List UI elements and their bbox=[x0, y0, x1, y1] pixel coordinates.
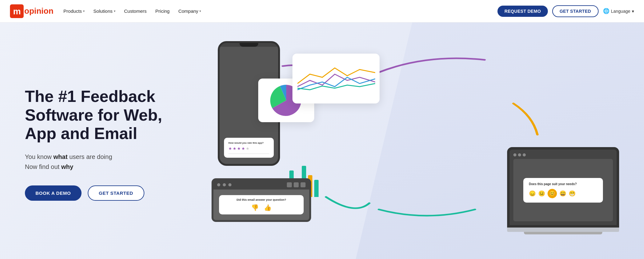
request-demo-button[interactable]: REQUEST DEMO bbox=[497, 6, 548, 17]
email-screen: Did this email answer your question? 👎 👍 bbox=[213, 189, 309, 220]
hero-title: The #1 Feedback Software for Web, App an… bbox=[25, 87, 187, 143]
email-dot-1 bbox=[217, 183, 220, 186]
bar-6 bbox=[314, 180, 319, 197]
nav-links: Products ▾ Solutions ▾ Customers Pricing… bbox=[63, 8, 498, 14]
thumb-down-icon: 👎 bbox=[251, 204, 259, 211]
laptop-mockup: Does this page suit your needs? 😞 😐 😊 😄 … bbox=[507, 147, 619, 234]
get-started-button[interactable]: GET STARTED bbox=[552, 5, 599, 17]
hero-get-started-button[interactable]: GET STARTED bbox=[88, 185, 144, 201]
company-caret: ▾ bbox=[199, 9, 201, 13]
logo[interactable]: m opinion bbox=[10, 4, 54, 18]
book-demo-button[interactable]: BOOK A DEMO bbox=[25, 185, 82, 201]
nav-products[interactable]: Products ▾ bbox=[63, 8, 85, 14]
email-card-title: Did this email answer your question? bbox=[224, 198, 298, 201]
phone-separator bbox=[228, 153, 269, 154]
svg-text:m: m bbox=[13, 7, 21, 16]
hero-left: The #1 Feedback Software for Web, App an… bbox=[25, 87, 187, 201]
language-caret: ▾ bbox=[632, 9, 634, 14]
laptop-feedback-card: Does this page suit your needs? 😞 😐 😊 😄 … bbox=[523, 178, 603, 203]
products-caret: ▾ bbox=[83, 9, 85, 13]
laptop-screen: Does this page suit your needs? 😞 😐 😊 😄 … bbox=[513, 159, 613, 221]
laptop-base bbox=[507, 228, 619, 232]
emoji-5: 😁 bbox=[569, 190, 576, 197]
email-mockup: Did this email answer your question? 👎 👍 bbox=[212, 178, 311, 222]
emoji-1: 😞 bbox=[529, 190, 536, 197]
nav-company[interactable]: Company ▾ bbox=[178, 8, 201, 14]
nav-customers[interactable]: Customers bbox=[124, 8, 147, 14]
emoji-selected: 😊 bbox=[548, 189, 557, 198]
hero-subtitle: You know what users are doing Now find o… bbox=[25, 152, 187, 172]
email-dot-3 bbox=[228, 183, 231, 186]
phone-feedback-card: How would you rate this app? ★★★★★ bbox=[224, 138, 274, 158]
solutions-caret: ▾ bbox=[114, 9, 115, 13]
logo-icon: m bbox=[10, 4, 24, 18]
laptop-screen-wrapper: Does this page suit your needs? 😞 😐 😊 😄 … bbox=[507, 147, 619, 228]
email-feedback-card: Did this email answer your question? 👎 👍 bbox=[219, 195, 303, 214]
thumb-up-icon: 👍 bbox=[264, 204, 272, 211]
logo-text: opinion bbox=[24, 6, 54, 16]
line-chart-svg bbox=[297, 59, 375, 96]
phone-notch bbox=[240, 43, 258, 47]
email-top-bar bbox=[213, 180, 309, 189]
globe-icon: 🌐 bbox=[603, 8, 609, 14]
navbar: m opinion Products ▾ Solutions ▾ Custome… bbox=[0, 0, 644, 22]
language-button[interactable]: 🌐 Language ▾ bbox=[603, 8, 634, 14]
emoji-2: 😐 bbox=[538, 190, 545, 197]
emoji-4: 😄 bbox=[559, 190, 566, 197]
nav-right: REQUEST DEMO GET STARTED 🌐 Language ▾ bbox=[497, 5, 634, 17]
hero-section: The #1 Feedback Software for Web, App an… bbox=[0, 22, 644, 259]
phone-card-title: How would you rate this app? bbox=[228, 141, 269, 144]
laptop-foot bbox=[524, 232, 602, 234]
thumbs-row: 👎 👍 bbox=[224, 204, 298, 211]
email-dot-2 bbox=[223, 183, 226, 186]
nav-pricing[interactable]: Pricing bbox=[155, 8, 170, 14]
hero-illustration: How would you rate this app? ★★★★★ bbox=[187, 35, 619, 253]
hero-buttons: BOOK A DEMO GET STARTED bbox=[25, 185, 187, 201]
line-chart-card bbox=[292, 54, 380, 103]
nav-solutions[interactable]: Solutions ▾ bbox=[93, 8, 115, 14]
laptop-card-title: Does this page suit your needs? bbox=[529, 182, 597, 186]
emoji-rating-row: 😞 😐 😊 😄 😁 bbox=[529, 189, 597, 198]
phone-stars: ★★★★★ bbox=[228, 146, 269, 151]
